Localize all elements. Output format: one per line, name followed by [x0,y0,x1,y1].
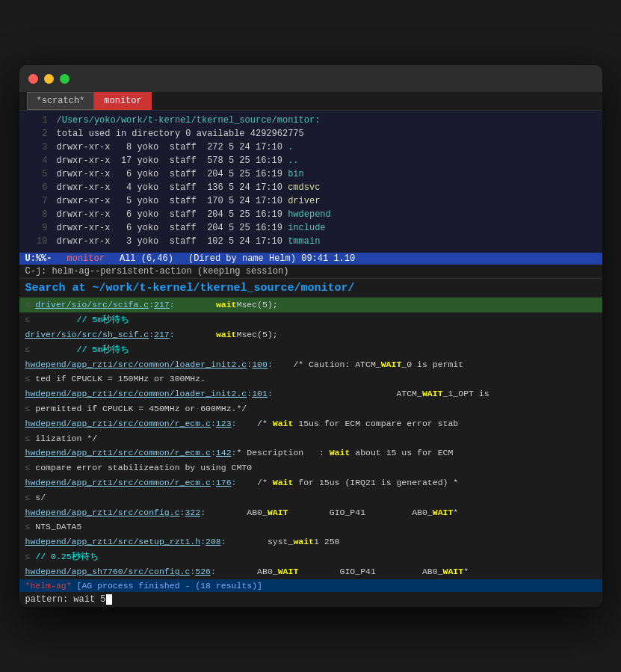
tab-scratch[interactable]: *scratch* [27,92,95,110]
titlebar [19,65,602,92]
result-line[interactable]: hwdepend/app_rzt1/src/config.c:322: AB0_… [19,505,602,520]
summary-line: 2 total used in directory 0 available 42… [19,127,602,141]
search-header: Search at ~/work/t-kernel/tkernel_source… [19,279,602,298]
result-line[interactable]: hwdepend/app_rzt1/src/common/r_ecm.c:142… [19,446,602,460]
result-line: ≤ ilization */ [19,431,602,446]
dir-entry: 7drwxr-xr-x 5 yoko staff 170 5 24 17:10 … [19,194,602,208]
status-bar: U:%%- monitor All (6,46) (Dired by name … [19,253,602,265]
result-line: ≤ ted if CPUCLK = 150MHz or 300MHz. [19,372,602,386]
result-line[interactable]: hwdepend/app_rzt1/src/common/r_ecm.c:123… [19,416,602,431]
dir-entry: 8drwxr-xr-x 6 yoko staff 204 5 25 16:19 … [19,208,602,221]
dir-entry: 3drwxr-xr-x 8 yoko staff 272 5 24 17:10 … [19,141,602,154]
cursor [106,594,112,605]
result-line: ≤ // 0.25秒待ち [19,549,602,564]
result-line: ≤ // 5m秒待ち [19,312,602,327]
close-button[interactable] [28,74,38,84]
result-line[interactable]: hwdepend/app_rzt1/src/setup_rzt1.h:208: … [19,534,602,549]
result-line: ≤ s/ [19,490,602,505]
result-line: ≤ permitted if CPUCLK = 450MHz or 600MHz… [19,401,602,416]
result-line[interactable]: hwdepend/app_rzt1/src/common/r_ecm.c:176… [19,475,602,490]
dir-entry: 6drwxr-xr-x 4 yoko staff 136 5 24 17:10 … [19,181,602,194]
result-line[interactable]: hwdepend/app_rzt1/src/common/loader_init… [19,386,602,401]
dir-entry: 5drwxr-xr-x 6 yoko staff 204 5 25 16:19 … [19,167,602,181]
results-panel[interactable]: ≤ driver/sio/src/scifa.c:217: waitMsec(5… [19,298,602,579]
result-line[interactable]: driver/sio/src/sh_scif.c:217: waitMsec(5… [19,327,602,342]
result-line: ≤ NTS_DATA5 [19,520,602,534]
results-list: ≤ driver/sio/src/scifa.c:217: waitMsec(5… [19,298,602,579]
tab-bar: *scratch* monitor [19,92,602,111]
maximize-button[interactable] [60,74,69,84]
helm-status-bar: *helm-ag* [AG process finished - (18 res… [19,579,602,592]
tab-monitor[interactable]: monitor [94,92,151,110]
result-line[interactable]: ≤ driver/sio/src/scifa.c:217: waitMsec(5… [19,298,602,312]
minibuf-message: C-j: helm-ag--persistent-action (keeping… [19,265,602,279]
result-line: ≤ // 5m秒待ち [19,342,602,357]
dir-entry: 4drwxr-xr-x 17 yoko staff 578 5 25 16:19… [19,154,602,167]
dir-entries: 3drwxr-xr-x 8 yoko staff 272 5 24 17:10 … [19,141,602,248]
directory-listing: 1 /Users/yoko/work/t-kernel/tkernel_sour… [19,111,602,253]
dir-entry: 10drwxr-xr-x 3 yoko staff 102 5 24 17:10… [19,235,602,248]
result-line[interactable]: hwdepend/app_sh7760/src/config.c:526: AB… [19,564,602,579]
path-line: 1 /Users/yoko/work/t-kernel/tkernel_sour… [19,114,602,127]
result-line: ≤ compare error stabilizeation by using … [19,460,602,475]
result-line[interactable]: hwdepend/app_rzt1/src/common/loader_init… [19,357,602,372]
main-window: *scratch* monitor 1 /Users/yoko/work/t-k… [19,65,602,606]
minibuf-input[interactable]: pattern: wait 5 [19,592,602,607]
dir-entry: 9drwxr-xr-x 6 yoko staff 204 5 25 16:19 … [19,221,602,235]
minimize-button[interactable] [44,74,54,84]
